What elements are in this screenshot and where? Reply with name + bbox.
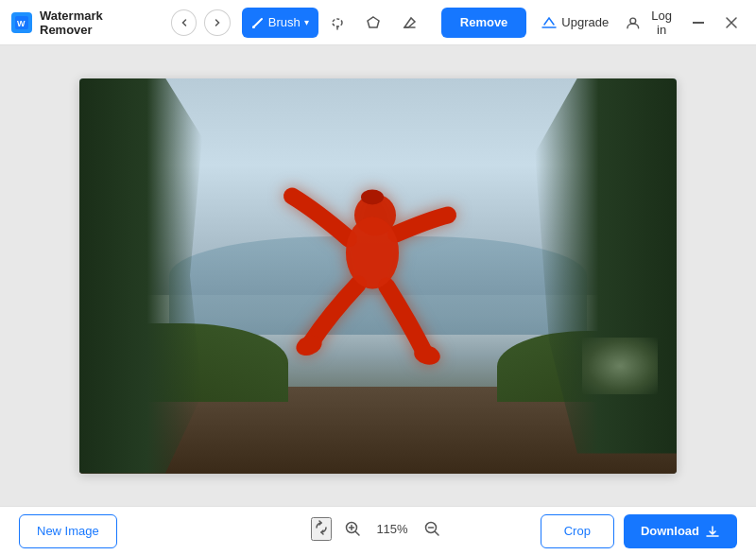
app-title: Watermark Remover [40,9,156,37]
new-image-button[interactable]: New Image [19,514,117,548]
zoom-level: 115% [373,522,411,536]
zoom-controls: 115% [311,515,445,542]
svg-point-12 [346,217,399,288]
bottom-bar: New Image 115% [0,506,756,555]
main-canvas-area [0,45,756,506]
window-close-button[interactable] [719,9,745,36]
svg-point-9 [361,189,384,204]
erase-tool-button[interactable] [392,8,426,38]
crop-button[interactable]: Crop [541,514,614,548]
window-minimize-button[interactable] [685,9,711,36]
svg-text:W: W [17,19,26,28]
lasso-tool-button[interactable] [320,8,354,38]
brush-tool-button[interactable]: Brush ▾ [242,8,318,38]
zoom-in-button[interactable] [339,515,366,542]
download-button[interactable]: Download [624,514,737,548]
bottom-left: New Image [19,514,117,548]
app-logo: W [11,12,32,33]
login-label: Log in [645,9,679,37]
brush-label: Brush [268,15,301,29]
shrub-right-layer [582,338,658,394]
nav-forward-button[interactable] [204,9,230,36]
polygon-tool-button[interactable] [356,8,390,38]
svg-point-5 [630,18,636,24]
svg-point-2 [252,26,255,28]
titlebar: W Watermark Remover Brush ▾ [0,0,756,45]
bottom-right: Crop Download [541,514,737,548]
nav-back-button[interactable] [171,9,197,36]
red-figure [264,163,472,380]
brush-chevron: ▾ [304,17,309,27]
login-button[interactable]: Log in [626,9,678,37]
zoom-out-button[interactable] [419,515,445,542]
rotate-button[interactable] [311,517,332,541]
toolbar-tools: Brush ▾ [242,8,426,38]
remove-button[interactable]: Remove [441,8,527,38]
tree-left-layer [79,78,202,474]
upgrade-button[interactable]: Upgrade [541,15,609,30]
upgrade-label: Upgrade [561,15,609,29]
download-label: Download [641,524,699,538]
svg-marker-4 [368,17,379,27]
svg-rect-6 [693,22,704,24]
canvas-container[interactable] [79,78,677,474]
svg-point-3 [333,19,342,26]
